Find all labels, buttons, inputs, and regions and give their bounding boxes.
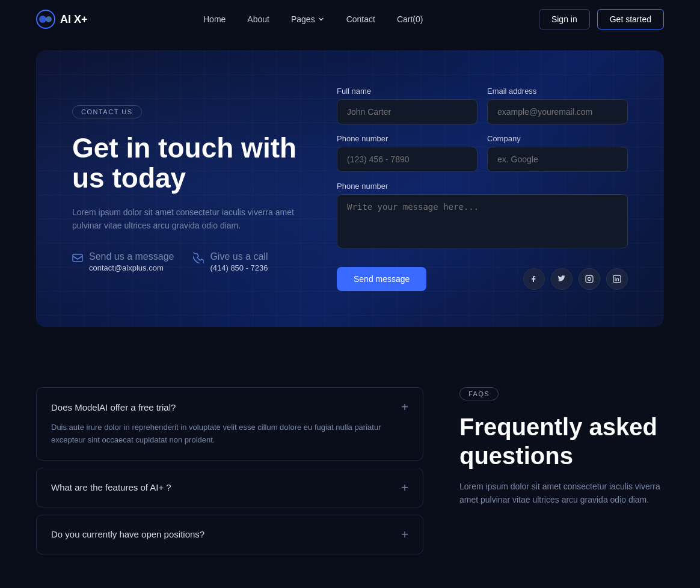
email-input[interactable] <box>487 99 628 124</box>
faq-expand-icon-1: + <box>401 401 408 413</box>
nav-contact[interactable]: Contact <box>346 14 375 24</box>
company-group: Company <box>487 134 628 172</box>
faq-item-3[interactable]: Do you currently have open positions? + <box>36 515 423 554</box>
phone-call-label: Give us a call <box>210 251 268 262</box>
faq-item-1-header: Does ModelAI offer a free trial? + <box>51 401 408 413</box>
logo-text: AI X+ <box>60 13 88 26</box>
contact-info: Send us a message contact@aixplus.com Gi… <box>72 251 301 272</box>
faq-item-2-header: What are the features of AI+ ? + <box>51 482 408 494</box>
phone-icon <box>193 253 204 266</box>
faq-section: Does ModelAI offer a free trial? + Duis … <box>0 339 700 586</box>
faq-question-3: Do you currently have open positions? <box>51 529 204 539</box>
faq-question-1: Does ModelAI offer a free trial? <box>51 402 176 412</box>
getstarted-button[interactable]: Get started <box>597 9 664 29</box>
linkedin-icon[interactable] <box>606 268 628 290</box>
contact-section: CONTACT US Get in touch with us today Lo… <box>36 51 664 327</box>
phone-input[interactable] <box>337 147 477 172</box>
phone-value[interactable]: (414) 850 - 7236 <box>210 263 268 272</box>
message-input[interactable] <box>337 194 628 248</box>
message-group: Phone number <box>337 182 628 257</box>
fullname-group: Full name <box>337 87 477 124</box>
faq-expand-icon-2: + <box>401 482 408 494</box>
faq-item-2[interactable]: What are the features of AI+ ? + <box>36 468 423 507</box>
company-input[interactable] <box>487 147 628 172</box>
social-icons <box>523 268 628 290</box>
svg-point-5 <box>588 278 591 281</box>
phone-label: Phone number <box>337 134 477 143</box>
svg-rect-3 <box>73 254 82 262</box>
phone-contact-item: Give us a call (414) 850 - 7236 <box>193 251 268 272</box>
faq-list: Does ModelAI offer a free trial? + Duis … <box>36 387 423 562</box>
faq-description: Lorem ipsum dolor sit amet consectetur i… <box>459 480 664 507</box>
form-row-1: Full name Email address <box>337 87 628 124</box>
faq-expand-icon-3: + <box>401 528 408 541</box>
chevron-down-icon <box>318 16 325 23</box>
nav-actions: Sign in Get started <box>539 9 664 29</box>
hero-left: CONTACT US Get in touch with us today Lo… <box>72 87 301 291</box>
faq-item-3-header: Do you currently have open positions? + <box>51 528 408 541</box>
faq-question-2: What are the features of AI+ ? <box>51 482 171 492</box>
faqs-badge: FAQS <box>459 387 499 400</box>
signin-button[interactable]: Sign in <box>539 9 590 29</box>
twitter-icon[interactable] <box>551 268 573 290</box>
facebook-icon[interactable] <box>523 268 545 290</box>
email-contact-item: Send us a message contact@aixplus.com <box>72 251 174 272</box>
message-label: Phone number <box>337 182 628 191</box>
instagram-icon[interactable] <box>579 268 600 290</box>
phone-group: Phone number <box>337 134 477 172</box>
svg-point-2 <box>46 16 52 22</box>
phone-contact-text: Give us a call (414) 850 - 7236 <box>210 251 268 272</box>
form-bottom: Send message <box>337 267 628 291</box>
svg-point-6 <box>591 277 592 277</box>
logo[interactable]: AI X+ <box>36 10 88 29</box>
fullname-label: Full name <box>337 87 477 96</box>
svg-rect-4 <box>586 275 593 283</box>
nav-home[interactable]: Home <box>203 14 226 24</box>
company-label: Company <box>487 134 628 143</box>
form-row-2: Phone number Company <box>337 134 628 172</box>
nav-pages[interactable]: Pages <box>291 14 325 24</box>
send-message-button[interactable]: Send message <box>337 267 426 291</box>
contact-badge: CONTACT US <box>72 105 142 118</box>
faq-info: FAQS Frequently asked questions Lorem ip… <box>459 387 664 562</box>
email-group: Email address <box>487 87 628 124</box>
nav-cart[interactable]: Cart(0) <box>397 14 423 24</box>
email-icon <box>72 253 83 266</box>
nav-about[interactable]: About <box>247 14 269 24</box>
faq-title: Frequently asked questions <box>459 412 664 470</box>
hero-title: Get in touch with us today <box>72 133 301 194</box>
faq-item-1[interactable]: Does ModelAI offer a free trial? + Duis … <box>36 387 423 461</box>
email-label: Email address <box>487 87 628 96</box>
nav-links: Home About Pages Contact Cart(0) <box>203 14 423 25</box>
email-value[interactable]: contact@aixplus.com <box>89 263 174 272</box>
email-contact-text: Send us a message contact@aixplus.com <box>89 251 174 272</box>
navigation: AI X+ Home About Pages Contact Cart(0) S… <box>0 0 700 38</box>
fullname-input[interactable] <box>337 99 477 124</box>
faq-answer-1: Duis aute irure dolor in reprehenderit i… <box>51 421 408 447</box>
contact-form: Full name Email address Phone number Com… <box>337 87 628 291</box>
email-label: Send us a message <box>89 251 174 262</box>
svg-point-1 <box>39 16 46 23</box>
hero-description: Lorem ipsum dolor sit amet consectetur i… <box>72 206 301 233</box>
